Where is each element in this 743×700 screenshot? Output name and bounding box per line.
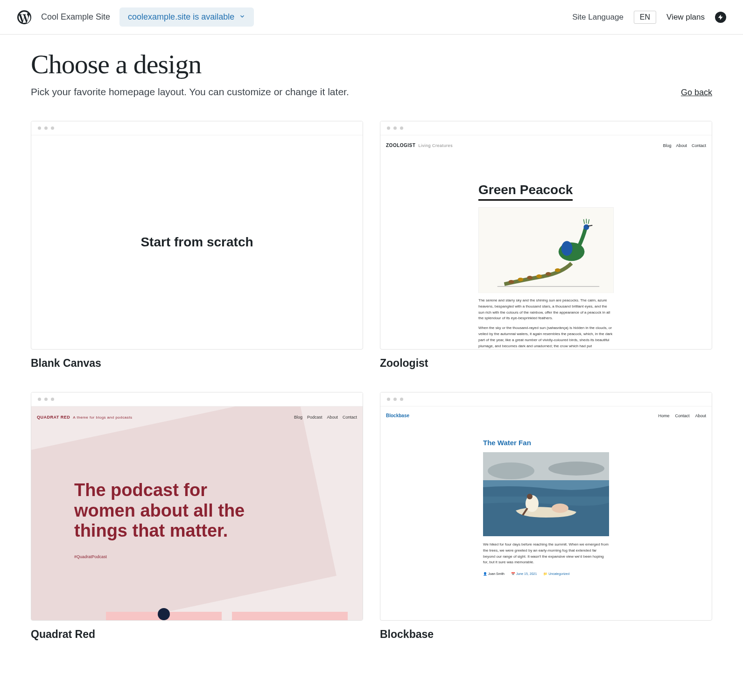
preview-hashtag: #QuadratPodcast (74, 554, 261, 559)
preview-nav: BlogAboutContact (658, 143, 706, 148)
svg-point-2 (509, 280, 514, 284)
svg-point-14 (548, 462, 604, 476)
chevron-down-icon (239, 12, 245, 22)
page-subtitle: Pick your favorite homepage layout. You … (31, 86, 349, 98)
svg-point-13 (488, 462, 534, 479)
domain-status-text: coolexample.site is available (128, 12, 234, 22)
topbar-left: Cool Example Site coolexample.site is av… (17, 7, 572, 27)
preview-article-title: The Water Fan (483, 439, 609, 447)
svg-rect-1 (479, 208, 613, 293)
theme-name: Quadrat Red (31, 628, 363, 641)
browser-chrome (380, 121, 712, 135)
svg-point-18 (552, 504, 568, 513)
svg-point-4 (527, 276, 533, 280)
preview-brand: Blockbase (386, 413, 409, 418)
theme-preview: QUADRAT REDA theme for blogs and podcast… (31, 392, 363, 621)
theme-card-zoologist[interactable]: ZOOLOGISTLiving Creatures BlogAboutConta… (380, 121, 712, 370)
svg-point-7 (555, 268, 561, 272)
preview-para: The serene and starry sky and the shinin… (478, 298, 614, 322)
theme-card-blank-canvas[interactable]: Start from scratch Blank Canvas (31, 121, 363, 370)
theme-name: Blockbase (380, 628, 712, 641)
preview-nav: HomeContactAbout (652, 413, 706, 418)
svg-point-6 (546, 272, 551, 276)
preview-article-title: Green Peacock (478, 182, 573, 201)
preview-body: QUADRAT REDA theme for blogs and podcast… (31, 406, 363, 620)
topbar-right: Site Language EN View plans (572, 11, 726, 24)
preview-episode-blocks (106, 612, 348, 620)
theme-preview: ZOOLOGISTLiving Creatures BlogAboutConta… (380, 121, 712, 350)
svg-point-17 (527, 494, 533, 499)
preview-body: Start from scratch (31, 135, 363, 349)
browser-chrome (31, 121, 363, 135)
theme-preview: Blockbase HomeContactAbout The Water Fan (380, 392, 712, 621)
view-plans-link[interactable]: View plans (666, 13, 705, 22)
browser-chrome (380, 392, 712, 406)
svg-point-5 (536, 274, 542, 278)
preview-brand: ZOOLOGISTLiving Creatures (386, 143, 453, 148)
page-title: Choose a design (31, 49, 349, 80)
site-language-label: Site Language (572, 13, 624, 22)
bolt-icon[interactable] (715, 12, 726, 23)
theme-card-blockbase[interactable]: Blockbase HomeContactAbout The Water Fan (380, 392, 712, 641)
top-bar: Cool Example Site coolexample.site is av… (0, 0, 743, 35)
theme-name: Zoologist (380, 357, 712, 370)
theme-preview: Start from scratch (31, 121, 363, 350)
main-content: Choose a design Pick your favorite homep… (0, 35, 743, 669)
preview-brand: QUADRAT REDA theme for blogs and podcast… (37, 415, 132, 420)
scratch-text: Start from scratch (140, 235, 253, 250)
preview-para: When the sky or the thousand-rayed sun (… (478, 325, 614, 349)
preview-meta: 👤 Joan Smith 📅 June 15, 2021 📁 Uncategor… (483, 572, 609, 576)
preview-body: Blockbase HomeContactAbout The Water Fan (380, 406, 712, 620)
domain-availability-button[interactable]: coolexample.site is available (119, 7, 254, 27)
preview-image-boat (483, 452, 609, 536)
theme-card-quadrat-red[interactable]: QUADRAT REDA theme for blogs and podcast… (31, 392, 363, 641)
svg-point-3 (518, 278, 523, 281)
page-header: Choose a design Pick your favorite homep… (31, 49, 712, 98)
preview-body: ZOOLOGISTLiving Creatures BlogAboutConta… (380, 135, 712, 349)
site-name: Cool Example Site (41, 12, 110, 22)
browser-chrome (31, 392, 363, 406)
svg-point-9 (561, 241, 573, 256)
go-back-link[interactable]: Go back (681, 88, 712, 98)
preview-image-peacock (478, 207, 614, 293)
language-selector[interactable]: EN (634, 11, 656, 24)
preview-para: We hiked for four days before reaching t… (483, 542, 609, 566)
svg-point-10 (583, 224, 589, 230)
preview-nav: BlogPodcastAboutContact (289, 415, 357, 420)
wordpress-logo-icon[interactable] (17, 10, 32, 25)
preview-hero-title: The podcast for women about all the thin… (74, 480, 261, 541)
theme-name: Blank Canvas (31, 357, 363, 370)
theme-grid: Start from scratch Blank Canvas ZOOLOGIS… (31, 121, 712, 641)
